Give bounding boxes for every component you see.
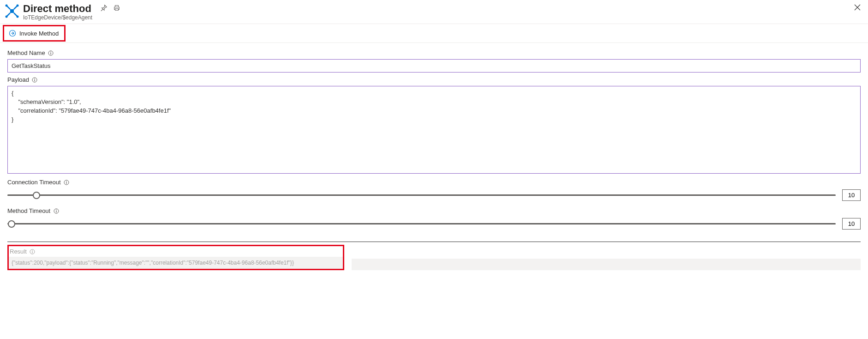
svg-rect-8 <box>51 53 51 54</box>
info-icon[interactable] <box>48 50 54 56</box>
svg-point-10 <box>35 79 36 79</box>
close-button[interactable] <box>854 4 861 12</box>
toolbar: Invoke Method <box>0 24 868 43</box>
breadcrumb: IoTEdgeDevice/$edgeAgent <box>23 14 861 21</box>
svg-point-13 <box>66 181 67 182</box>
method-timeout-slider[interactable] <box>7 220 836 228</box>
info-icon[interactable] <box>64 179 70 185</box>
method-timeout-value[interactable] <box>842 218 861 230</box>
svg-rect-14 <box>66 182 67 184</box>
iot-device-icon <box>5 4 19 18</box>
method-name-label: Method Name <box>7 49 45 56</box>
svg-point-3 <box>6 16 8 18</box>
result-output: {"status":200,"payload":{"status":"Runni… <box>9 257 343 269</box>
pin-icon[interactable] <box>101 5 107 13</box>
svg-point-1 <box>6 5 8 7</box>
info-icon[interactable] <box>53 208 59 214</box>
invoke-method-button[interactable]: Invoke Method <box>3 25 66 42</box>
svg-rect-20 <box>32 251 33 253</box>
print-icon[interactable] <box>114 5 120 13</box>
svg-point-2 <box>17 5 19 7</box>
method-timeout-label: Method Timeout <box>7 207 50 214</box>
payload-label: Payload <box>7 76 29 83</box>
svg-point-7 <box>50 52 51 53</box>
invoke-arrow-icon <box>9 30 16 37</box>
connection-timeout-slider[interactable] <box>7 191 836 200</box>
page-title: Direct method <box>23 3 91 15</box>
result-label: Result <box>10 248 27 255</box>
connection-timeout-value[interactable] <box>842 189 861 201</box>
info-icon[interactable] <box>30 248 36 254</box>
svg-rect-17 <box>56 211 56 212</box>
payload-input[interactable] <box>7 86 861 174</box>
svg-point-4 <box>17 16 19 18</box>
method-name-input[interactable] <box>7 59 861 73</box>
svg-rect-11 <box>35 79 35 81</box>
invoke-method-label: Invoke Method <box>19 30 59 37</box>
connection-timeout-label: Connection Timeout <box>7 179 61 186</box>
result-block: Result {"status":200,"payload":{"status"… <box>7 245 344 270</box>
page-header: Direct method IoTEdgeDevice/$edgeAgent <box>0 0 868 24</box>
svg-rect-0 <box>10 9 14 13</box>
svg-point-19 <box>32 250 33 251</box>
info-icon[interactable] <box>32 77 38 83</box>
svg-point-16 <box>56 210 57 211</box>
